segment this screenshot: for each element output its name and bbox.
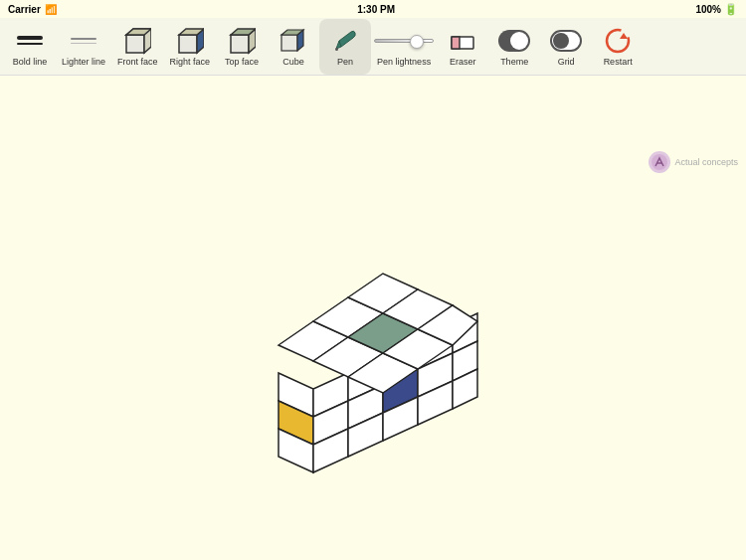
brand-logo [649, 151, 670, 173]
battery-percent: 100% [695, 4, 721, 15]
top-face-icon [226, 27, 258, 55]
svg-rect-3 [179, 35, 197, 53]
cube-tool[interactable]: Cube [268, 19, 319, 75]
wifi-icon: 📶 [45, 4, 57, 15]
top-face-tool[interactable]: Top face [216, 19, 268, 75]
right-face-tool[interactable]: Right face [164, 19, 217, 75]
svg-rect-0 [126, 35, 144, 53]
svg-point-15 [607, 30, 629, 52]
status-right: 100% 🔋 [695, 3, 738, 16]
pen-lightness-tool[interactable]: Pen lightness [371, 19, 437, 75]
bold-line-tool[interactable]: Bold line [4, 19, 56, 75]
front-face-label: Front face [117, 57, 158, 67]
status-bar: Carrier 📶 1:30 PM 100% 🔋 [0, 0, 746, 18]
lighter-line-icon [68, 27, 99, 55]
status-time: 1:30 PM [357, 4, 395, 15]
battery-icon: 🔋 [724, 3, 738, 16]
cube-svg [269, 270, 487, 478]
canvas-area[interactable]: Actual concepts [0, 76, 746, 560]
svg-rect-9 [281, 35, 297, 51]
right-face-label: Right face [170, 57, 211, 67]
bold-line-label: Bold line [13, 57, 48, 67]
status-left: Carrier 📶 [8, 4, 57, 15]
grid-icon [550, 27, 582, 55]
front-face-icon [121, 27, 153, 55]
top-face-label: Top face [225, 57, 259, 67]
branding: Actual concepts [649, 151, 738, 173]
lighter-line-tool[interactable]: Lighter line [56, 19, 111, 75]
theme-label: Theme [500, 57, 528, 67]
restart-label: Restart [604, 57, 633, 67]
cube-drawing [269, 270, 487, 482]
pen-icon [329, 27, 361, 55]
right-face-icon [174, 27, 206, 55]
svg-point-12 [335, 48, 338, 51]
pen-lightness-icon [388, 27, 420, 55]
theme-tool[interactable]: Theme [488, 19, 540, 75]
eraser-tool[interactable]: Eraser [437, 19, 488, 75]
grid-label: Grid [558, 57, 575, 67]
cube-label: Cube [282, 57, 304, 67]
pen-label: Pen [337, 57, 353, 67]
pen-lightness-label: Pen lightness [377, 57, 431, 67]
toolbar: Bold line Lighter line Front face [0, 18, 746, 76]
brand-name: Actual concepts [674, 157, 738, 167]
svg-rect-6 [231, 35, 249, 53]
front-face-tool[interactable]: Front face [111, 19, 164, 75]
grid-tool[interactable]: Grid [540, 19, 592, 75]
svg-marker-16 [620, 33, 628, 39]
restart-tool[interactable]: Restart [592, 19, 644, 75]
cube-icon [278, 27, 309, 55]
restart-icon [602, 27, 634, 55]
svg-rect-14 [452, 37, 460, 49]
pen-tool[interactable]: Pen [319, 19, 371, 75]
bold-line-icon [14, 27, 46, 55]
theme-icon [498, 27, 530, 55]
carrier-label: Carrier [8, 4, 41, 15]
lighter-line-label: Lighter line [62, 57, 105, 67]
eraser-icon [447, 27, 478, 55]
eraser-label: Eraser [450, 57, 476, 67]
